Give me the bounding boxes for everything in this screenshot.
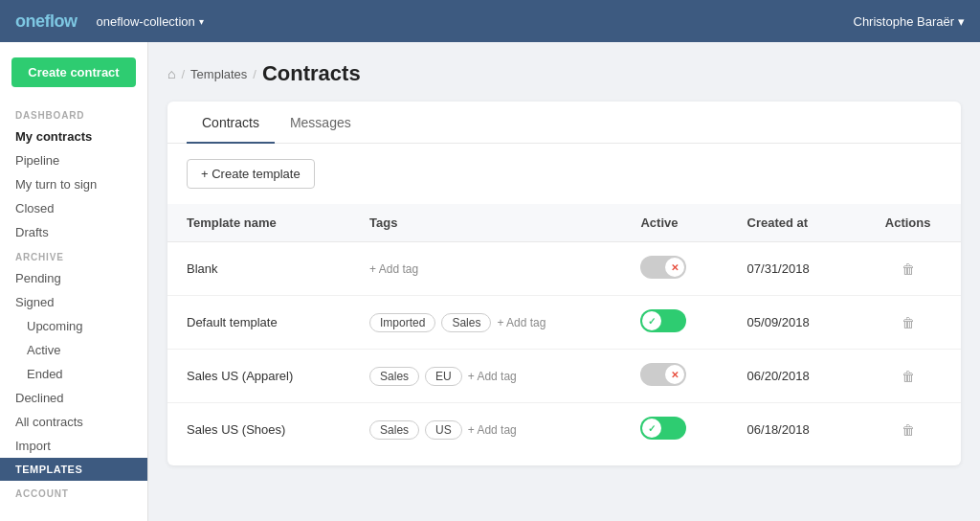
templates-table-wrap: Template name Tags Active Created at Act… bbox=[167, 204, 961, 465]
created-at-cell: 06/20/2018 bbox=[728, 350, 856, 403]
active-toggle[interactable] bbox=[640, 417, 686, 440]
sidebar-item-my-turn-to-sign[interactable]: My turn to sign bbox=[0, 172, 147, 196]
main-content: ⌂ / Templates / Contracts Contracts Mess… bbox=[148, 42, 980, 521]
tags-container: ImportedSales+ Add tag bbox=[369, 313, 602, 332]
tag: Sales bbox=[369, 367, 419, 386]
active-toggle[interactable] bbox=[640, 309, 686, 332]
delete-icon[interactable]: 🗑 bbox=[902, 315, 915, 330]
dashboard-label: DASHBOARD bbox=[0, 102, 147, 125]
create-template-button[interactable]: + Create template bbox=[187, 159, 315, 189]
breadcrumb-templates-link[interactable]: Templates bbox=[190, 67, 247, 81]
tags-cell: + Add tag bbox=[350, 242, 621, 296]
templates-table: Template name Tags Active Created at Act… bbox=[167, 204, 961, 456]
add-tag-button[interactable]: + Add tag bbox=[497, 316, 546, 329]
sidebar-item-pending[interactable]: Pending bbox=[0, 266, 147, 290]
sidebar-item-signed[interactable]: Signed bbox=[0, 290, 147, 314]
toggle-knob bbox=[642, 419, 661, 438]
tags-container: SalesEU+ Add tag bbox=[369, 367, 602, 386]
col-active: Active bbox=[621, 204, 727, 242]
active-cell bbox=[621, 403, 727, 457]
sidebar-item-upcoming[interactable]: Upcoming bbox=[0, 314, 147, 338]
table-body: Blank+ Add tag07/31/2018🗑Default templat… bbox=[167, 242, 961, 457]
toggle-knob bbox=[665, 258, 684, 277]
table-row: Default templateImportedSales+ Add tag05… bbox=[167, 296, 961, 350]
tabs: Contracts Messages bbox=[167, 102, 961, 144]
col-created-at: Created at bbox=[728, 204, 856, 242]
tab-messages[interactable]: Messages bbox=[275, 102, 367, 144]
navbar: oneflow oneflow-collection ▾ Christophe … bbox=[0, 0, 980, 42]
actions-cell: 🗑 bbox=[855, 350, 961, 403]
toggle-knob bbox=[642, 311, 661, 330]
sidebar-item-all-contracts[interactable]: All contracts bbox=[0, 410, 147, 434]
templates-section-label: TEMPLATES bbox=[0, 458, 147, 481]
archive-label: Archive bbox=[0, 244, 147, 266]
sidebar-item-pipeline[interactable]: Pipeline bbox=[0, 148, 147, 172]
home-icon[interactable]: ⌂ bbox=[167, 66, 175, 81]
sidebar-item-declined[interactable]: Declined bbox=[0, 386, 147, 410]
sidebar-item-my-contracts[interactable]: My contracts bbox=[0, 125, 147, 148]
tag: Sales bbox=[369, 420, 419, 440]
tag: Sales bbox=[441, 313, 491, 332]
add-tag-button[interactable]: + Add tag bbox=[468, 370, 517, 383]
tag: Imported bbox=[369, 313, 435, 332]
workspace-name: oneflow-collection bbox=[97, 14, 195, 29]
table-row: Sales US (Shoes)SalesUS+ Add tag06/18/20… bbox=[167, 403, 961, 457]
separator: / bbox=[181, 67, 185, 81]
tab-contracts[interactable]: Contracts bbox=[187, 102, 275, 144]
main-card: Contracts Messages + Create template Tem… bbox=[167, 102, 961, 465]
actions-cell: 🗑 bbox=[855, 403, 961, 457]
chevron-down-icon: ▾ bbox=[958, 14, 965, 29]
create-button-wrap: Create contract bbox=[0, 57, 147, 102]
active-cell bbox=[621, 242, 727, 296]
breadcrumb: ⌂ / Templates / Contracts bbox=[167, 61, 961, 86]
logo: oneflow bbox=[15, 11, 78, 32]
tag: EU bbox=[425, 367, 462, 386]
workspace-selector[interactable]: oneflow-collection ▾ bbox=[97, 14, 204, 29]
col-template-name: Template name bbox=[167, 204, 350, 242]
template-name-cell: Sales US (Apparel) bbox=[167, 350, 350, 403]
active-toggle[interactable] bbox=[640, 363, 686, 386]
user-menu[interactable]: Christophe Baraër ▾ bbox=[854, 14, 966, 29]
tags-cell: SalesEU+ Add tag bbox=[350, 350, 621, 403]
created-at-cell: 05/09/2018 bbox=[728, 296, 856, 350]
logo-text: oneflow bbox=[15, 11, 78, 31]
delete-icon[interactable]: 🗑 bbox=[902, 422, 915, 438]
delete-icon[interactable]: 🗑 bbox=[902, 369, 915, 384]
breadcrumb-current: Contracts bbox=[262, 61, 361, 86]
template-name-cell: Default template bbox=[167, 296, 350, 350]
toolbar: + Create template bbox=[167, 144, 961, 204]
sidebar-item-ended[interactable]: Ended bbox=[0, 362, 147, 386]
sidebar-item-drafts[interactable]: Drafts bbox=[0, 220, 147, 244]
table-row: Sales US (Apparel)SalesEU+ Add tag06/20/… bbox=[167, 350, 961, 403]
sidebar: Create contract DASHBOARD My contracts P… bbox=[0, 42, 148, 521]
table-header: Template name Tags Active Created at Act… bbox=[167, 204, 961, 242]
template-name-cell: Blank bbox=[167, 242, 350, 296]
active-cell bbox=[621, 296, 727, 350]
create-contract-button[interactable]: Create contract bbox=[11, 57, 136, 87]
account-label: ACCOUNT bbox=[0, 481, 147, 503]
separator: / bbox=[253, 67, 256, 81]
navbar-left: oneflow oneflow-collection ▾ bbox=[15, 11, 204, 32]
col-actions: Actions bbox=[855, 204, 961, 242]
sidebar-item-import[interactable]: Import bbox=[0, 434, 147, 458]
actions-cell: 🗑 bbox=[855, 296, 961, 350]
tags-container: + Add tag bbox=[369, 262, 602, 276]
add-tag-button[interactable]: + Add tag bbox=[468, 423, 517, 437]
tag: US bbox=[425, 420, 462, 440]
created-at-cell: 07/31/2018 bbox=[728, 242, 856, 296]
user-name: Christophe Baraër bbox=[854, 14, 955, 29]
chevron-down-icon: ▾ bbox=[199, 16, 204, 27]
active-toggle[interactable] bbox=[640, 256, 686, 279]
created-at-cell: 06/18/2018 bbox=[728, 403, 856, 457]
layout: Create contract DASHBOARD My contracts P… bbox=[0, 42, 980, 521]
table-row: Blank+ Add tag07/31/2018🗑 bbox=[167, 242, 961, 296]
tags-cell: ImportedSales+ Add tag bbox=[350, 296, 621, 350]
tags-cell: SalesUS+ Add tag bbox=[350, 403, 621, 457]
col-tags: Tags bbox=[350, 204, 621, 242]
add-tag-button[interactable]: + Add tag bbox=[369, 262, 418, 276]
actions-cell: 🗑 bbox=[855, 242, 961, 296]
delete-icon[interactable]: 🗑 bbox=[902, 261, 915, 277]
sidebar-item-closed[interactable]: Closed bbox=[0, 196, 147, 220]
tags-container: SalesUS+ Add tag bbox=[369, 420, 602, 440]
sidebar-item-active[interactable]: Active bbox=[0, 338, 147, 362]
